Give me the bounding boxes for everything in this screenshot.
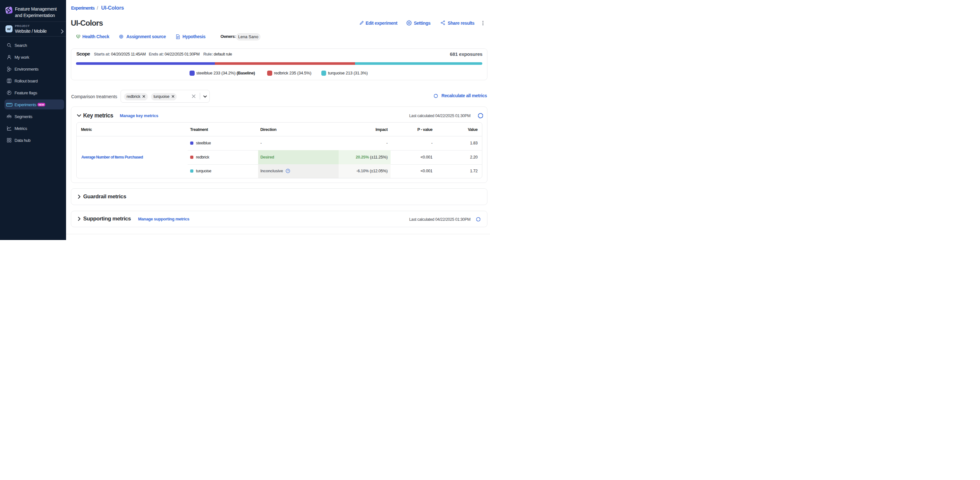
svg-text:?: ? (287, 170, 289, 172)
